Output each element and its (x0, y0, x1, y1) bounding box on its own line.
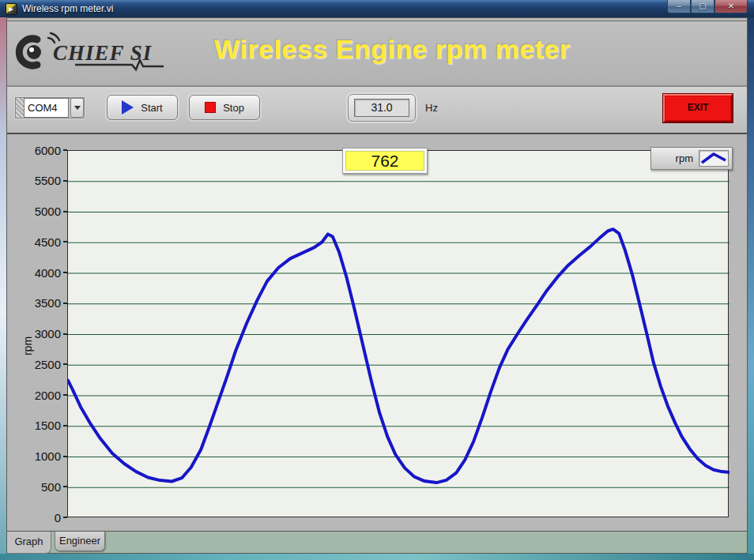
com-port-combo[interactable]: COM4 (15, 97, 85, 118)
y-axis-tick: 6000 (7, 143, 67, 157)
close-button[interactable]: ✕ (714, 0, 748, 13)
frequency-control[interactable]: 31.0 (348, 94, 416, 122)
y-axis-tick: 0 (7, 510, 67, 524)
exit-button[interactable]: EXIT (663, 94, 733, 122)
window-frame-left (0, 17, 6, 554)
tab-engineer[interactable]: Engineer (55, 532, 105, 551)
legend-chevron-icon (699, 151, 728, 166)
rpm-series-line (68, 229, 729, 483)
y-axis-tick: 5000 (7, 205, 67, 219)
legend-line-sample[interactable] (699, 150, 729, 167)
y-tick-label: 1000 (35, 449, 61, 463)
window-frame-bottom (0, 554, 754, 560)
y-tick-label: 3500 (35, 296, 61, 310)
waveform-chart: 0500100015002000250030003500400045005000… (7, 136, 747, 531)
app-window: Wireless rpm meter.vi – ▢ ✕ CHIEF SI (0, 0, 754, 560)
y-axis-tick: 3000 (7, 327, 67, 341)
play-icon (122, 100, 134, 115)
frequency-value[interactable]: 31.0 (354, 99, 409, 117)
rpm-curve (68, 151, 729, 518)
y-tick-label: 2500 (35, 358, 61, 371)
plot-legend[interactable]: rpm (650, 147, 733, 170)
y-axis-title: rpm (21, 336, 34, 355)
y-axis-tick: 2000 (7, 388, 67, 402)
y-tick-label: 1500 (35, 419, 61, 432)
legend-label: rpm (676, 152, 693, 164)
com-port-dropdown-button[interactable] (70, 98, 84, 118)
window-title: Wireless rpm meter.vi (22, 3, 113, 14)
tab-strip: Graph Engineer (7, 531, 747, 553)
minimize-button[interactable]: – (667, 0, 691, 13)
start-button[interactable]: Start (107, 95, 178, 120)
labview-app-icon (6, 3, 17, 15)
y-axis-tick: 1000 (7, 449, 67, 464)
page-title: Wireless Engine rpm meter (214, 34, 609, 65)
y-tick-label: 2000 (35, 389, 61, 402)
window-frame-right (748, 17, 754, 554)
chevron-down-icon (74, 106, 81, 110)
front-panel: CHIEF SI Wireless Engine rpm meter COM4 … (6, 17, 748, 554)
y-tick-label: 4000 (35, 266, 61, 280)
y-tick-label: 3000 (35, 327, 61, 340)
y-axis-tick: 3500 (7, 296, 67, 310)
io-terminal-icon (16, 98, 24, 118)
y-tick-label: 5500 (35, 174, 61, 187)
y-axis-tick: 2500 (7, 357, 67, 371)
y-axis: 0500100015002000250030003500400045005000… (7, 150, 67, 517)
maximize-button[interactable]: ▢ (691, 0, 714, 13)
stop-button[interactable]: Stop (189, 95, 260, 120)
y-tick-label: 5000 (35, 205, 61, 218)
plot-area (67, 150, 729, 517)
frequency-unit-label: Hz (425, 102, 438, 114)
window-controls: – ▢ ✕ (667, 0, 748, 13)
toolbar: COM4 Start Stop 31.0 Hz EXIT (7, 87, 747, 134)
stop-icon (205, 102, 216, 113)
y-tick-label: 0 (55, 511, 61, 524)
y-axis-tick: 4500 (7, 235, 67, 249)
rpm-value-text: 762 (345, 151, 424, 171)
stop-button-label: Stop (223, 102, 244, 114)
window-titlebar: Wireless rpm meter.vi – ▢ ✕ (0, 0, 754, 17)
svg-text:CHIEF SI: CHIEF SI (53, 41, 153, 65)
header-banner: CHIEF SI Wireless Engine rpm meter (7, 21, 747, 87)
com-port-value[interactable]: COM4 (24, 98, 69, 118)
y-axis-tick: 5500 (7, 174, 67, 188)
y-axis-tick: 1500 (7, 419, 67, 433)
y-tick-label: 500 (41, 480, 61, 494)
y-axis-tick: 500 (7, 479, 67, 494)
start-button-label: Start (141, 102, 162, 114)
chief-si-logo: CHIEF SI (13, 28, 168, 79)
rpm-value-indicator: 762 (342, 148, 428, 174)
tab-graph[interactable]: Graph (7, 532, 51, 554)
y-tick-label: 6000 (35, 144, 61, 157)
y-axis-tick: 4000 (7, 265, 67, 280)
y-tick-label: 4500 (35, 235, 61, 249)
